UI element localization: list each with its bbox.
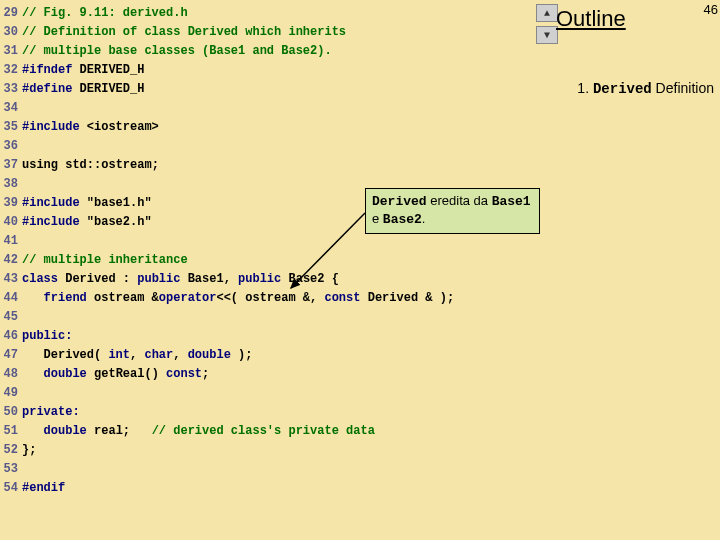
note-prefix: 1. [577,80,593,96]
line-number: 44 [0,289,22,308]
code-token: DERIVED_H [80,63,145,77]
line-number: 29 [0,4,22,23]
line-number: 30 [0,23,22,42]
code-token: Derived & ); [360,291,454,305]
line-number: 51 [0,422,22,441]
line-number: 33 [0,80,22,99]
code-comment: // Fig. 9.11: derived.h [22,4,188,23]
code-keyword: const [324,291,360,305]
code-token: "base2.h" [87,215,152,229]
line-number: 38 [0,175,22,194]
code-keyword: public [137,272,180,286]
callout-word: Base2 [383,212,422,227]
callout-text: e [372,211,383,226]
line-number: 45 [0,308,22,327]
line-number: 35 [0,118,22,137]
code-token: DERIVED_H [80,82,145,96]
code-token: ; [202,367,209,381]
line-number: 54 [0,479,22,498]
code-token: Derived : [58,272,137,286]
code-comment: // multiple base classes (Base1 and Base… [22,42,332,61]
code-comment: // Definition of class Derived which inh… [22,23,346,42]
code-listing: 29// Fig. 9.11: derived.h 30// Definitio… [0,0,720,498]
code-token: , [130,348,144,362]
arrow-up-icon[interactable]: ▲ [536,4,558,22]
code-token: "base1.h" [87,196,152,210]
code-token: }; [22,441,36,460]
callout-text: . [422,211,426,226]
code-comment: // multiple inheritance [22,251,188,270]
code-comment: // derived class's private data [152,424,375,438]
code-token: <iostream> [87,120,159,134]
code-keyword: private: [22,403,80,422]
note-suffix: Definition [652,80,714,96]
line-number: 34 [0,99,22,118]
code-token: Base1, [180,272,238,286]
code-preproc: #endif [22,479,65,498]
code-token: Derived( [22,348,108,362]
outline-title: Outline [556,6,626,31]
code-keyword: class [22,272,58,286]
line-number: 48 [0,365,22,384]
code-token: , [173,348,187,362]
line-number: 39 [0,194,22,213]
line-number: 36 [0,137,22,156]
callout-word: Derived [372,194,427,209]
line-number: 32 [0,61,22,80]
code-keyword: double [188,348,231,362]
nav-arrows: ▲ ▼ [536,4,558,44]
code-token [22,367,44,381]
code-keyword: char [144,348,173,362]
code-preproc: #include [22,215,87,229]
code-token: <<( ostream &, [216,291,324,305]
arrow-down-icon[interactable]: ▼ [536,26,558,44]
line-number: 49 [0,384,22,403]
code-keyword: public: [22,327,72,346]
line-number: 52 [0,441,22,460]
callout-box: Derived eredita da Base1 e Base2. [365,188,540,234]
outline-panel: Outline [556,6,706,32]
line-number: 53 [0,460,22,479]
line-number: 43 [0,270,22,289]
code-keyword: double [44,367,87,381]
callout-word: Base1 [492,194,531,209]
outline-item-1: 1. Derived Definition [577,80,714,97]
code-keyword: friend [22,291,87,305]
code-preproc: #include [22,196,87,210]
line-number: 46 [0,327,22,346]
line-number: 37 [0,156,22,175]
line-number: 41 [0,232,22,251]
code-token: ); [231,348,253,362]
note-code: Derived [593,81,652,97]
code-keyword: const [166,367,202,381]
code-token: using [22,158,65,172]
code-token: Base2 { [281,272,339,286]
code-token: getReal() [87,367,166,381]
code-keyword: double [44,424,87,438]
line-number: 31 [0,42,22,61]
code-token: std::ostream; [65,158,159,172]
code-preproc: #ifndef [22,63,80,77]
line-number: 42 [0,251,22,270]
line-number: 40 [0,213,22,232]
code-keyword: int [108,348,130,362]
code-preproc: #include [22,120,87,134]
code-token: real; [87,424,152,438]
code-keyword: operator [159,291,217,305]
code-token: ostream & [87,291,159,305]
code-token [22,424,44,438]
code-preproc: #define [22,82,80,96]
line-number: 47 [0,346,22,365]
line-number: 50 [0,403,22,422]
callout-text: eredita da [427,193,492,208]
code-keyword: public [238,272,281,286]
